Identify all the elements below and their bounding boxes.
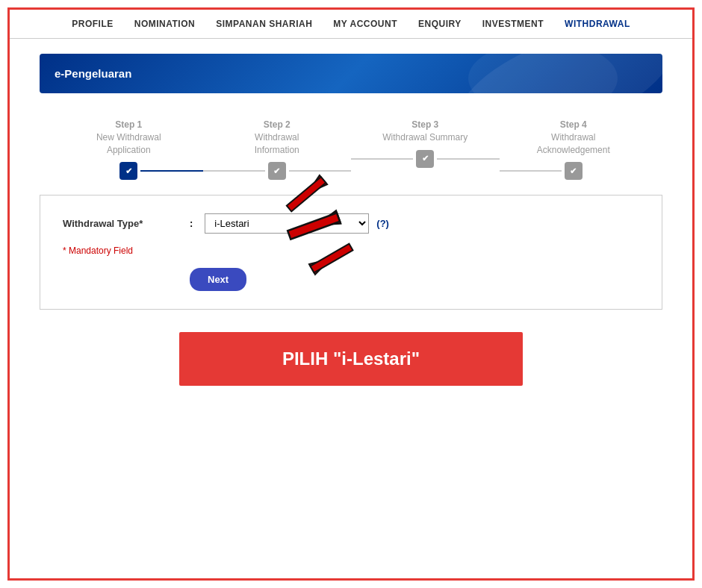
step-4-label: Step 4 WithdrawalAcknowledgement [537, 119, 610, 156]
step-3-label: Step 3 Withdrawal Summary [382, 119, 468, 144]
content-area: Withdrawal Type* : i-Lestari Option 2 Op… [40, 195, 662, 310]
mandatory-note: * Mandatory Field [63, 245, 639, 256]
step-1-circle: ✔ [119, 162, 137, 180]
outer-border: PROFILE NOMINATION SIMPANAN SHARIAH MY A… [7, 7, 695, 581]
step-2: Step 2 WithdrawalInformation ✔ [203, 119, 352, 180]
step-1: Step 1 New WithdrawalApplication ✔ [55, 119, 203, 180]
banner-title: e-Pengeluaran [55, 67, 131, 80]
withdrawal-type-select[interactable]: i-Lestari Option 2 Option 3 [205, 213, 369, 234]
step-2-circle: ✔ [268, 162, 286, 180]
nav-simpanan[interactable]: SIMPANAN SHARIAH [216, 19, 312, 29]
step-2-label: Step 2 WithdrawalInformation [255, 119, 299, 156]
pilih-banner: PILIH "i-Lestari" [179, 332, 523, 386]
withdrawal-type-label: Withdrawal Type* [63, 218, 182, 229]
help-link[interactable]: (?) [376, 218, 389, 229]
header-banner: e-Pengeluaran [40, 54, 662, 93]
nav-nomination[interactable]: NOMINATION [134, 19, 195, 29]
step-3: Step 3 Withdrawal Summary ✔ [351, 119, 500, 168]
step-4-circle: ✔ [565, 162, 583, 180]
nav-investment[interactable]: INVESTMENT [482, 19, 544, 29]
form-box: Withdrawal Type* : i-Lestari Option 2 Op… [40, 195, 662, 310]
step-4: Step 4 WithdrawalAcknowledgement ✔ [500, 119, 648, 180]
step-3-circle: ✔ [416, 150, 434, 168]
nav-bar: PROFILE NOMINATION SIMPANAN SHARIAH MY A… [10, 10, 692, 39]
steps-container: Step 1 New WithdrawalApplication ✔ Step … [40, 111, 662, 180]
withdrawal-type-row: Withdrawal Type* : i-Lestari Option 2 Op… [63, 213, 639, 234]
nav-profile[interactable]: PROFILE [72, 19, 114, 29]
step-1-label: Step 1 New WithdrawalApplication [96, 119, 161, 156]
nav-enquiry[interactable]: ENQUIRY [418, 19, 462, 29]
main-content: e-Pengeluaran Step 1 New WithdrawalAppli… [10, 39, 692, 423]
nav-myaccount[interactable]: MY ACCOUNT [333, 19, 397, 29]
next-button[interactable]: Next [190, 268, 246, 291]
nav-withdrawal[interactable]: WITHDRAWAL [565, 19, 630, 29]
